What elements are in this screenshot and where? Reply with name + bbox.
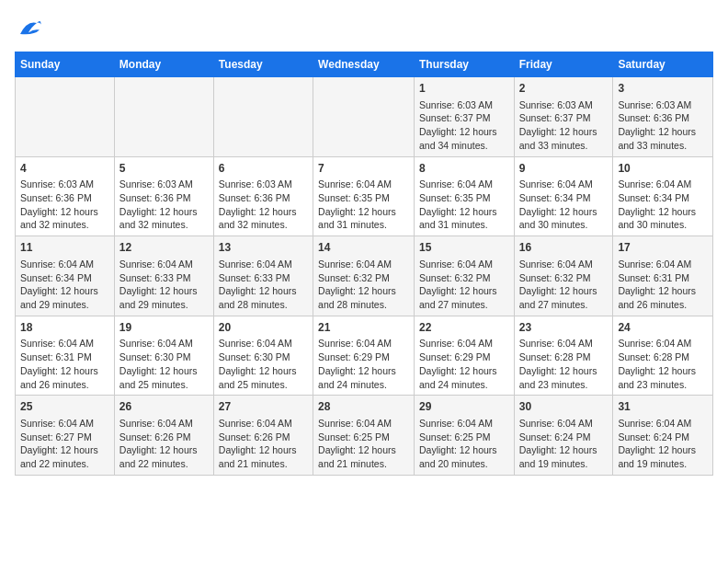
day-number: 1	[419, 81, 509, 97]
day-number: 12	[119, 240, 209, 256]
day-info: Sunrise: 6:03 AM Sunset: 6:36 PM Dayligh…	[20, 178, 109, 232]
day-number: 5	[119, 161, 209, 177]
day-number: 27	[219, 399, 308, 415]
calendar-cell: 22Sunrise: 6:04 AM Sunset: 6:29 PM Dayli…	[414, 316, 514, 396]
calendar-cell	[16, 77, 115, 157]
calendar-cell	[213, 77, 313, 157]
day-number: 16	[519, 240, 609, 256]
calendar-cell: 17Sunrise: 6:04 AM Sunset: 6:31 PM Dayli…	[613, 236, 713, 316]
calendar-cell: 3Sunrise: 6:03 AM Sunset: 6:36 PM Daylig…	[613, 77, 713, 157]
calendar-cell: 16Sunrise: 6:04 AM Sunset: 6:32 PM Dayli…	[514, 236, 613, 316]
calendar-cell: 15Sunrise: 6:04 AM Sunset: 6:32 PM Dayli…	[414, 236, 514, 316]
page-header	[15, 15, 713, 42]
calendar-cell	[313, 77, 415, 157]
day-info: Sunrise: 6:03 AM Sunset: 6:36 PM Dayligh…	[618, 98, 708, 153]
day-info: Sunrise: 6:04 AM Sunset: 6:29 PM Dayligh…	[318, 337, 409, 391]
calendar-cell: 10Sunrise: 6:04 AM Sunset: 6:34 PM Dayli…	[613, 156, 713, 236]
calendar-cell: 23Sunrise: 6:04 AM Sunset: 6:28 PM Dayli…	[514, 316, 613, 396]
calendar-cell: 11Sunrise: 6:04 AM Sunset: 6:34 PM Dayli…	[16, 236, 115, 316]
day-info: Sunrise: 6:03 AM Sunset: 6:37 PM Dayligh…	[519, 98, 609, 153]
calendar-cell: 25Sunrise: 6:04 AM Sunset: 6:27 PM Dayli…	[16, 396, 115, 476]
day-info: Sunrise: 6:04 AM Sunset: 6:29 PM Dayligh…	[419, 337, 509, 391]
day-info: Sunrise: 6:04 AM Sunset: 6:30 PM Dayligh…	[219, 337, 308, 391]
day-info: Sunrise: 6:04 AM Sunset: 6:31 PM Dayligh…	[618, 258, 708, 312]
calendar-cell: 5Sunrise: 6:03 AM Sunset: 6:36 PM Daylig…	[114, 156, 213, 236]
day-info: Sunrise: 6:04 AM Sunset: 6:28 PM Dayligh…	[519, 337, 609, 391]
day-info: Sunrise: 6:04 AM Sunset: 6:26 PM Dayligh…	[219, 417, 308, 471]
day-number: 11	[20, 240, 109, 256]
column-header-tuesday: Tuesday	[213, 52, 313, 77]
calendar-cell: 13Sunrise: 6:04 AM Sunset: 6:33 PM Dayli…	[213, 236, 313, 316]
calendar-cell: 24Sunrise: 6:04 AM Sunset: 6:28 PM Dayli…	[613, 316, 713, 396]
calendar-cell: 1Sunrise: 6:03 AM Sunset: 6:37 PM Daylig…	[414, 77, 514, 157]
day-info: Sunrise: 6:03 AM Sunset: 6:36 PM Dayligh…	[119, 178, 209, 232]
calendar-cell: 14Sunrise: 6:04 AM Sunset: 6:32 PM Dayli…	[313, 236, 415, 316]
calendar-week-2: 4Sunrise: 6:03 AM Sunset: 6:36 PM Daylig…	[16, 156, 713, 236]
calendar-cell	[114, 77, 213, 157]
day-number: 13	[219, 240, 308, 256]
calendar-body: 1Sunrise: 6:03 AM Sunset: 6:37 PM Daylig…	[16, 77, 713, 476]
logo-icon	[15, 15, 42, 42]
day-number: 20	[219, 320, 308, 336]
day-number: 28	[318, 399, 409, 415]
day-number: 7	[318, 161, 409, 177]
day-info: Sunrise: 6:04 AM Sunset: 6:33 PM Dayligh…	[219, 258, 308, 312]
day-number: 30	[519, 399, 609, 415]
calendar-cell: 4Sunrise: 6:03 AM Sunset: 6:36 PM Daylig…	[16, 156, 115, 236]
logo	[15, 15, 46, 42]
day-info: Sunrise: 6:03 AM Sunset: 6:37 PM Dayligh…	[419, 98, 509, 153]
calendar-cell: 6Sunrise: 6:03 AM Sunset: 6:36 PM Daylig…	[213, 156, 313, 236]
day-number: 21	[318, 320, 409, 336]
calendar-week-1: 1Sunrise: 6:03 AM Sunset: 6:37 PM Daylig…	[16, 77, 713, 157]
day-number: 26	[119, 399, 209, 415]
column-header-friday: Friday	[514, 52, 613, 77]
day-number: 25	[20, 399, 109, 415]
calendar-cell: 21Sunrise: 6:04 AM Sunset: 6:29 PM Dayli…	[313, 316, 415, 396]
calendar-cell: 12Sunrise: 6:04 AM Sunset: 6:33 PM Dayli…	[114, 236, 213, 316]
calendar-cell: 28Sunrise: 6:04 AM Sunset: 6:25 PM Dayli…	[313, 396, 415, 476]
calendar-cell: 31Sunrise: 6:04 AM Sunset: 6:24 PM Dayli…	[613, 396, 713, 476]
day-info: Sunrise: 6:04 AM Sunset: 6:25 PM Dayligh…	[318, 417, 409, 471]
calendar-cell: 2Sunrise: 6:03 AM Sunset: 6:37 PM Daylig…	[514, 77, 613, 157]
calendar-cell: 29Sunrise: 6:04 AM Sunset: 6:25 PM Dayli…	[414, 396, 514, 476]
day-number: 4	[20, 161, 109, 177]
calendar-cell: 19Sunrise: 6:04 AM Sunset: 6:30 PM Dayli…	[114, 316, 213, 396]
day-info: Sunrise: 6:04 AM Sunset: 6:35 PM Dayligh…	[419, 178, 509, 232]
day-number: 9	[519, 161, 609, 177]
day-number: 2	[519, 81, 609, 97]
day-number: 24	[618, 320, 708, 336]
day-number: 6	[219, 161, 308, 177]
calendar-cell: 26Sunrise: 6:04 AM Sunset: 6:26 PM Dayli…	[114, 396, 213, 476]
day-info: Sunrise: 6:04 AM Sunset: 6:32 PM Dayligh…	[519, 258, 609, 312]
calendar-cell: 18Sunrise: 6:04 AM Sunset: 6:31 PM Dayli…	[16, 316, 115, 396]
day-info: Sunrise: 6:04 AM Sunset: 6:34 PM Dayligh…	[20, 258, 109, 312]
calendar-cell: 7Sunrise: 6:04 AM Sunset: 6:35 PM Daylig…	[313, 156, 415, 236]
day-number: 8	[419, 161, 509, 177]
day-number: 18	[20, 320, 109, 336]
day-info: Sunrise: 6:04 AM Sunset: 6:33 PM Dayligh…	[119, 258, 209, 312]
day-info: Sunrise: 6:04 AM Sunset: 6:26 PM Dayligh…	[119, 417, 209, 471]
calendar-cell: 20Sunrise: 6:04 AM Sunset: 6:30 PM Dayli…	[213, 316, 313, 396]
day-number: 22	[419, 320, 509, 336]
calendar-week-4: 18Sunrise: 6:04 AM Sunset: 6:31 PM Dayli…	[16, 316, 713, 396]
day-info: Sunrise: 6:04 AM Sunset: 6:24 PM Dayligh…	[519, 417, 609, 471]
day-info: Sunrise: 6:04 AM Sunset: 6:35 PM Dayligh…	[318, 178, 409, 232]
column-header-saturday: Saturday	[613, 52, 713, 77]
day-info: Sunrise: 6:04 AM Sunset: 6:31 PM Dayligh…	[20, 337, 109, 391]
calendar-cell: 9Sunrise: 6:04 AM Sunset: 6:34 PM Daylig…	[514, 156, 613, 236]
day-number: 19	[119, 320, 209, 336]
day-number: 23	[519, 320, 609, 336]
calendar-header-row: SundayMondayTuesdayWednesdayThursdayFrid…	[16, 52, 713, 77]
day-number: 14	[318, 240, 409, 256]
day-number: 17	[618, 240, 708, 256]
day-info: Sunrise: 6:04 AM Sunset: 6:34 PM Dayligh…	[519, 178, 609, 232]
calendar-week-5: 25Sunrise: 6:04 AM Sunset: 6:27 PM Dayli…	[16, 396, 713, 476]
day-number: 29	[419, 399, 509, 415]
day-info: Sunrise: 6:04 AM Sunset: 6:34 PM Dayligh…	[618, 178, 708, 232]
column-header-monday: Monday	[114, 52, 213, 77]
calendar-cell: 30Sunrise: 6:04 AM Sunset: 6:24 PM Dayli…	[514, 396, 613, 476]
day-number: 15	[419, 240, 509, 256]
day-number: 3	[618, 81, 708, 97]
day-info: Sunrise: 6:04 AM Sunset: 6:32 PM Dayligh…	[419, 258, 509, 312]
calendar-cell: 27Sunrise: 6:04 AM Sunset: 6:26 PM Dayli…	[213, 396, 313, 476]
